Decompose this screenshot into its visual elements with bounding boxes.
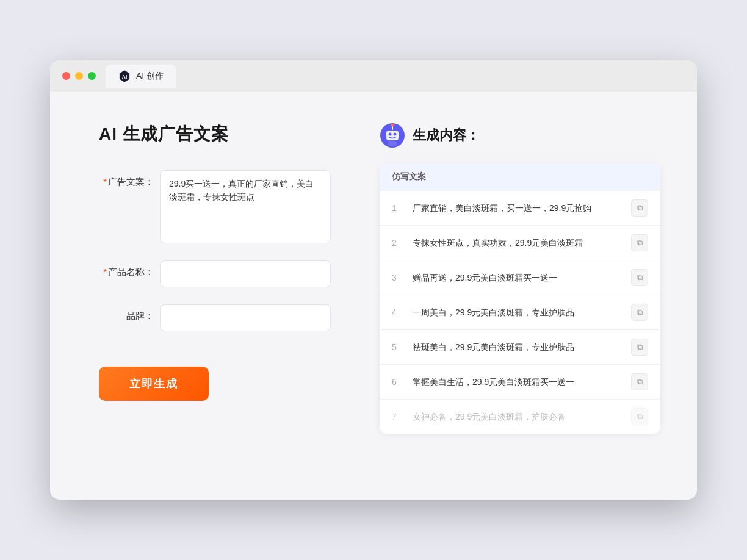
- product-name-input[interactable]: 美白淡斑霜: [160, 260, 331, 287]
- left-panel: AI 生成广告文案 *广告文案： 29.9买一送一，真正的厂家直销，美白淡斑霜，…: [99, 123, 331, 434]
- maximize-button[interactable]: [88, 72, 96, 80]
- table-row: 3 赠品再送，29.9元美白淡斑霜买一送一 ⧉: [380, 260, 660, 295]
- browser-window: AI AI 创作 AI 生成广告文案 *广告文案： 29.9买一送一，真正的厂家…: [50, 60, 697, 500]
- tab-label: AI 创作: [136, 71, 164, 82]
- right-panel: 生成内容： 仿写文案 1 厂家直销，美白淡斑霜，买一送一，29.9元抢购 ⧉ 2…: [380, 123, 660, 434]
- copy-button-2[interactable]: ⧉: [631, 234, 648, 251]
- ad-copy-label: *广告文案：: [99, 170, 154, 188]
- svg-rect-10: [388, 141, 397, 146]
- brand-label: 品牌：: [99, 304, 154, 322]
- title-bar: AI AI 创作: [50, 60, 697, 92]
- minimize-button[interactable]: [75, 72, 83, 80]
- content-area: AI 生成广告文案 *广告文案： 29.9买一送一，真正的厂家直销，美白淡斑霜，…: [50, 92, 697, 464]
- copy-button-7[interactable]: ⧉: [631, 408, 648, 425]
- result-header: 生成内容：: [380, 123, 660, 148]
- brand-input[interactable]: 好白: [160, 304, 331, 331]
- table-row: 2 专抹女性斑点，真实功效，29.9元美白淡斑霜 ⧉: [380, 226, 660, 260]
- copy-button-3[interactable]: ⧉: [631, 269, 648, 286]
- traffic-lights: [62, 72, 96, 80]
- svg-rect-5: [386, 131, 399, 140]
- table-row: 1 厂家直销，美白淡斑霜，买一送一，29.9元抢购 ⧉: [380, 191, 660, 226]
- result-table: 仿写文案 1 厂家直销，美白淡斑霜，买一送一，29.9元抢购 ⧉ 2 专抹女性斑…: [380, 163, 660, 434]
- svg-rect-9: [399, 133, 401, 137]
- robot-icon: [380, 123, 405, 148]
- ad-copy-group: *广告文案： 29.9买一送一，真正的厂家直销，美白淡斑霜，专抹女性斑点: [99, 170, 331, 243]
- table-row: 6 掌握美白生活，29.9元美白淡斑霜买一送一 ⧉: [380, 365, 660, 400]
- product-name-group: *产品名称： 美白淡斑霜: [99, 260, 331, 287]
- ai-tab-icon: AI: [118, 70, 131, 83]
- table-row: 4 一周美白，29.9元美白淡斑霜，专业护肤品 ⧉: [380, 295, 660, 330]
- ad-copy-input[interactable]: 29.9买一送一，真正的厂家直销，美白淡斑霜，专抹女性斑点: [160, 170, 331, 243]
- svg-point-7: [394, 133, 397, 136]
- svg-rect-8: [384, 133, 386, 137]
- table-header: 仿写文案: [380, 163, 660, 191]
- copy-button-4[interactable]: ⧉: [631, 304, 648, 321]
- copy-button-6[interactable]: ⧉: [631, 373, 648, 390]
- required-star-2: *: [103, 267, 107, 277]
- required-star-1: *: [103, 176, 107, 187]
- product-name-label: *产品名称：: [99, 260, 154, 278]
- brand-group: 品牌： 好白: [99, 304, 331, 331]
- page-title: AI 生成广告文案: [99, 123, 331, 146]
- svg-text:AI: AI: [122, 73, 128, 79]
- copy-button-1[interactable]: ⧉: [631, 199, 648, 217]
- table-row: 5 祛斑美白，29.9元美白淡斑霜，专业护肤品 ⧉: [380, 330, 660, 365]
- ai-tab[interactable]: AI AI 创作: [106, 65, 176, 88]
- table-row: 7 女神必备，29.9元美白淡斑霜，护肤必备 ⧉: [380, 400, 660, 434]
- generate-button[interactable]: 立即生成: [99, 367, 209, 401]
- result-title: 生成内容：: [413, 126, 480, 145]
- svg-point-4: [391, 124, 394, 127]
- copy-button-5[interactable]: ⧉: [631, 339, 648, 356]
- svg-point-6: [389, 133, 392, 136]
- close-button[interactable]: [62, 72, 70, 80]
